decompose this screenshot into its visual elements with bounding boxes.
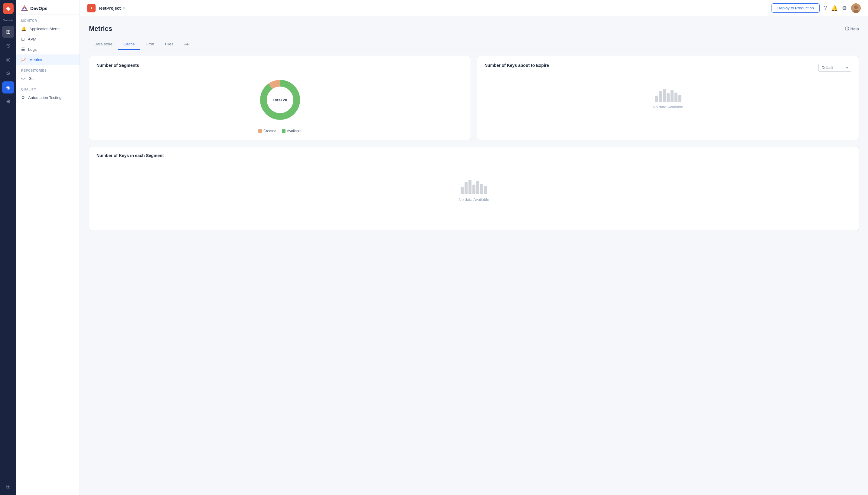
- project-name: TestProject: [98, 6, 121, 11]
- created-label: Created: [263, 129, 277, 133]
- bar-6: [674, 92, 677, 102]
- deploy-button[interactable]: Deploy to Production: [772, 3, 820, 13]
- available-label: Available: [287, 129, 302, 133]
- legend-available: Available: [282, 129, 302, 133]
- bar-5: [476, 181, 479, 194]
- bar-1: [655, 96, 658, 102]
- sidebar-item-label: Logs: [28, 47, 37, 52]
- sidebar-item-label: Application Alerts: [29, 27, 59, 31]
- sidebar-item-automation-testing[interactable]: ⚙ Automation Testing: [16, 92, 79, 103]
- services-label: Services: [3, 19, 14, 22]
- svg-point-3: [854, 5, 858, 9]
- project-badge: T: [87, 4, 95, 12]
- rail-icon-grid[interactable]: ⊞: [2, 480, 14, 493]
- svg-marker-0: [21, 6, 28, 11]
- bell-icon: 🔔: [21, 26, 26, 31]
- topbar-right: Deploy to Production ? 🔔 ⚙: [772, 3, 861, 13]
- tab-api[interactable]: API: [179, 39, 196, 50]
- segments-card: Number of Segments Total 20: [89, 56, 471, 140]
- apm-icon: ⊡: [21, 37, 25, 41]
- sidebar-item-label: APM: [28, 37, 36, 41]
- rail-icon-dashboard[interactable]: ⊞: [2, 26, 14, 38]
- bell-icon[interactable]: 🔔: [831, 5, 838, 12]
- metrics-icon: 📈: [21, 57, 26, 62]
- logs-icon: ☰: [21, 47, 25, 52]
- rail-icon-settings[interactable]: ⚙: [2, 67, 14, 80]
- sidebar-item-logs[interactable]: ☰ Logs: [16, 44, 79, 54]
- icon-rail: ◈ Services ⊞ ⊙ ◎ ⚙ ◈ ⊕ ⊞: [0, 0, 16, 495]
- topbar-left: T TestProject ▾: [87, 4, 125, 12]
- app-logo[interactable]: ◈: [3, 3, 14, 14]
- chevron-down-icon[interactable]: ▾: [123, 6, 125, 10]
- bar-2: [659, 91, 662, 102]
- default-select[interactable]: Default Last 7 days Last 30 days: [818, 64, 851, 72]
- sidebar-item-git[interactable]: <> Git: [16, 73, 79, 84]
- repositories-section-label: REPOSITORIES: [16, 65, 79, 73]
- avatar[interactable]: [851, 3, 861, 13]
- main-area: T TestProject ▾ Deploy to Production ? 🔔…: [80, 0, 868, 495]
- quality-section-label: QUALITY: [16, 84, 79, 92]
- keys-segment-no-data: No data Available: [96, 170, 851, 208]
- rail-icon-plus[interactable]: ⊕: [2, 95, 14, 107]
- bar-3: [468, 180, 472, 194]
- sidebar-item-application-alerts[interactable]: 🔔 Application Alerts: [16, 23, 79, 34]
- tab-data-store[interactable]: Data store: [89, 39, 118, 50]
- sidebar-item-label: Automation Testing: [28, 95, 61, 100]
- expire-card-header: Number of Keys about to Expire Default L…: [484, 63, 851, 73]
- content-area: Metrics ⓘ Help Data store Cache Cron Fil…: [80, 16, 868, 495]
- automation-icon: ⚙: [21, 95, 25, 100]
- devops-icon: [21, 5, 28, 11]
- bar-2: [464, 182, 467, 194]
- page-title: Metrics: [89, 25, 112, 33]
- help-circle-icon: ⓘ: [845, 26, 849, 32]
- donut-container: Total 20 Created Available: [96, 73, 463, 133]
- tabs: Data store Cache Cron Files API: [89, 39, 859, 50]
- bar-5: [671, 90, 674, 102]
- sidebar-item-apm[interactable]: ⊡ APM: [16, 34, 79, 44]
- gear-icon[interactable]: ⚙: [842, 5, 847, 12]
- cards-row: Number of Segments Total 20: [89, 56, 859, 140]
- bar-7: [484, 186, 487, 194]
- expire-no-data: No data Available: [484, 78, 851, 115]
- tab-cache[interactable]: Cache: [118, 39, 140, 50]
- expire-no-data-text: No data Available: [653, 105, 683, 109]
- expire-card: Number of Keys about to Expire Default L…: [477, 56, 859, 140]
- sidebar: DevOps MONITOR 🔔 Application Alerts ⊡ AP…: [16, 0, 80, 495]
- keys-segment-title: Number of Keys in each Segment: [96, 153, 851, 158]
- bar-chart-icon-2: [461, 179, 487, 194]
- page-title-row: Metrics ⓘ Help: [89, 25, 859, 33]
- chart-legend: Created Available: [258, 129, 302, 133]
- tab-files[interactable]: Files: [160, 39, 179, 50]
- donut-chart: Total 20: [256, 75, 304, 124]
- git-icon: <>: [21, 76, 25, 81]
- bar-3: [663, 89, 666, 102]
- donut-center-label: Total 20: [272, 98, 287, 102]
- segments-card-title: Number of Segments: [96, 63, 463, 68]
- available-dot: [282, 129, 285, 133]
- sidebar-item-label: Metrics: [29, 57, 42, 62]
- bar-1: [461, 187, 464, 194]
- bar-4: [473, 185, 475, 194]
- help-label: Help: [850, 27, 859, 31]
- bar-6: [480, 184, 483, 194]
- bar-7: [678, 95, 681, 102]
- topbar: T TestProject ▾ Deploy to Production ? 🔔…: [80, 0, 868, 16]
- tab-cron[interactable]: Cron: [140, 39, 160, 50]
- bar-chart-icon: [655, 87, 681, 102]
- sidebar-item-metrics[interactable]: 📈 Metrics: [16, 54, 79, 65]
- sidebar-item-label: Git: [29, 76, 34, 81]
- bar-4: [667, 93, 670, 102]
- sidebar-title: DevOps: [30, 6, 48, 11]
- monitor-section-label: MONITOR: [16, 15, 79, 23]
- rail-icon-monitor[interactable]: ◎: [2, 54, 14, 66]
- expire-card-title: Number of Keys about to Expire: [484, 63, 549, 68]
- rail-icon-devops[interactable]: ◈: [2, 81, 14, 93]
- keys-segment-no-data-text: No data Available: [459, 197, 489, 202]
- rail-icon-circle[interactable]: ⊙: [2, 40, 14, 52]
- keys-segment-card: Number of Keys in each Segment No data A…: [89, 146, 859, 231]
- created-dot: [258, 129, 262, 133]
- help-link[interactable]: ⓘ Help: [845, 26, 859, 32]
- sidebar-header: DevOps: [16, 0, 79, 15]
- legend-created: Created: [258, 129, 277, 133]
- help-circle-icon[interactable]: ?: [824, 5, 827, 11]
